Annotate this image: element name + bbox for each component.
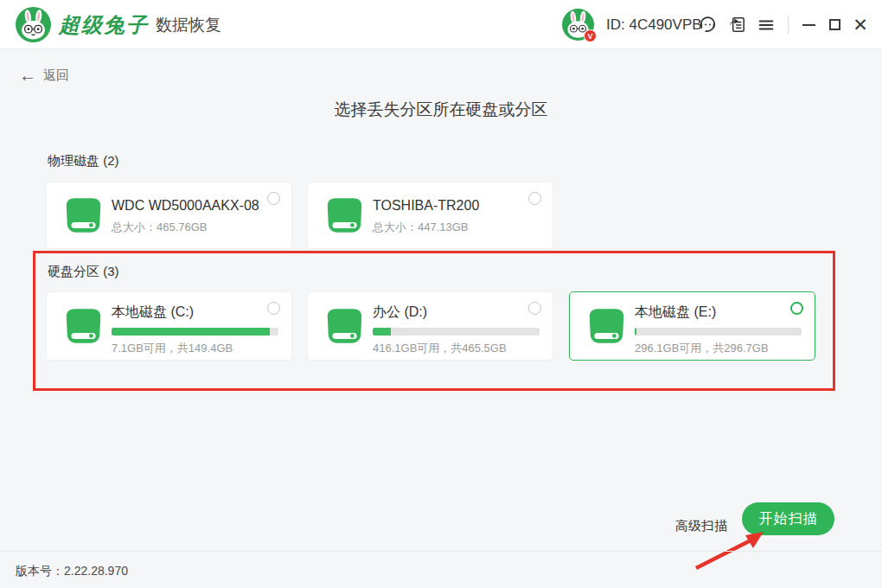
feedback-icon[interactable] [722, 10, 751, 40]
disk-size: 总大小：465.76GB [112, 220, 260, 235]
version-label: 版本号：2.22.28.970 [16, 564, 128, 579]
user-avatar[interactable]: V [562, 9, 594, 41]
partition-card-d[interactable]: 办公 (D:) 416.1GB可用，共465.5GB [307, 291, 553, 361]
partition-card-c[interactable]: 本地磁盘 (C:) 7.1GB可用，共149.4GB [46, 291, 292, 361]
disk-radio[interactable] [267, 192, 280, 205]
titlebar: 超级兔子 数据恢复 V ID: [0, 0, 882, 49]
drive-icon [587, 308, 626, 345]
drive-icon [64, 197, 103, 234]
partition-name: 本地磁盘 (C:) [112, 304, 260, 322]
disk-name: WDC WD5000AAKX-08... [112, 198, 260, 214]
back-arrow-icon: ← [19, 67, 36, 84]
usage-progress-bar [635, 328, 802, 336]
titlebar-separator [788, 16, 789, 35]
disk-name: TOSHIBA-TR200 [373, 198, 521, 214]
physical-disks-heading: 物理磁盘 (2) [48, 153, 119, 169]
back-label: 返回 [43, 67, 69, 84]
usage-progress-bar [112, 328, 278, 336]
start-scan-button[interactable]: 开始扫描 [742, 502, 834, 535]
menu-icon[interactable] [751, 10, 781, 40]
disk-card-wdc[interactable]: WDC WD5000AAKX-08... 总大小：465.76GB [46, 182, 292, 249]
app-name: 超级兔子 [59, 11, 149, 39]
disk-radio[interactable] [528, 192, 541, 205]
partition-radio[interactable] [790, 302, 803, 315]
user-id-label: ID: 4C490VPB [606, 16, 702, 34]
partition-size: 7.1GB可用，共149.4GB [112, 341, 260, 356]
drive-icon [325, 197, 364, 234]
page-title: 选择丢失分区所在硬盘或分区 [0, 99, 882, 121]
partition-radio[interactable] [267, 302, 280, 315]
partitions-heading: 硬盘分区 (3) [48, 264, 119, 280]
customer-service-icon[interactable] [693, 10, 722, 40]
drive-icon [325, 308, 364, 345]
partition-size: 416.1GB可用，共465.5GB [373, 341, 521, 356]
app-window: 超级兔子 数据恢复 V ID: [0, 0, 882, 588]
rabbit-logo-icon [16, 7, 51, 42]
drive-icon [64, 308, 103, 345]
app-subtitle: 数据恢复 [156, 14, 221, 36]
app-logo: 超级兔子 数据恢复 [16, 7, 221, 42]
partition-size: 296.1GB可用，共296.7GB [635, 341, 783, 356]
vip-badge: V [584, 29, 597, 42]
disk-card-toshiba[interactable]: TOSHIBA-TR200 总大小：447.13GB [307, 182, 553, 249]
footer-divider [0, 551, 882, 552]
back-button[interactable]: ← 返回 [19, 67, 69, 84]
close-icon[interactable]: ✕ [847, 10, 873, 40]
partition-radio[interactable] [528, 302, 541, 315]
partition-name: 办公 (D:) [373, 304, 521, 322]
partition-card-e[interactable]: 本地磁盘 (E:) 296.1GB可用，共296.7GB [569, 291, 815, 361]
maximize-icon[interactable] [821, 10, 847, 40]
advanced-scan-link[interactable]: 高级扫描 [675, 518, 727, 534]
disk-size: 总大小：447.13GB [373, 220, 521, 235]
usage-progress-bar [373, 328, 540, 336]
minimize-icon[interactable] [796, 10, 821, 40]
partition-name: 本地磁盘 (E:) [635, 304, 783, 322]
